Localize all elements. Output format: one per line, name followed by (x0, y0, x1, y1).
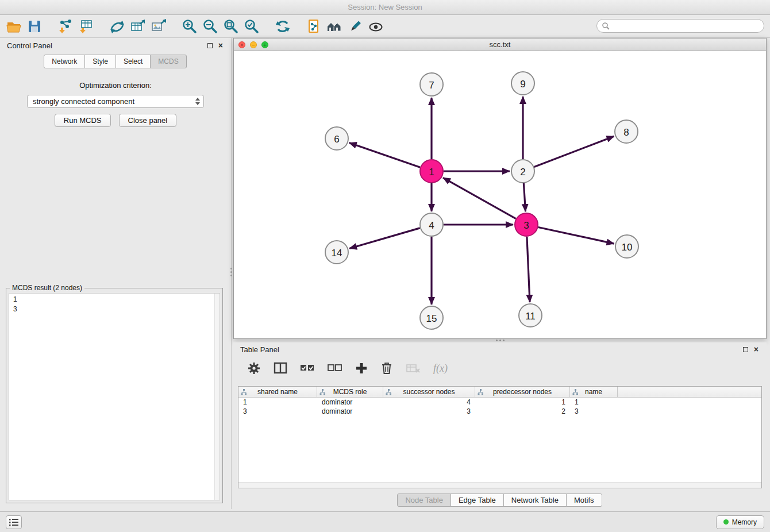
graph-edge-1-6[interactable] (349, 143, 420, 168)
graph-node-label: 4 (429, 220, 434, 231)
tab-network-table[interactable]: Network Table (503, 494, 567, 507)
search-icon (602, 22, 610, 30)
table-panel: Table Panel × (233, 342, 767, 509)
graph-node-6[interactable]: 6 (325, 127, 348, 150)
delete-table-icon-disabled (406, 362, 421, 375)
table-row[interactable]: 3dominator323 (238, 407, 761, 416)
node-table[interactable]: shared name MCDS role successor nodes pr… (238, 386, 762, 488)
graph-node-label: 9 (520, 79, 525, 90)
select-all-columns-icon[interactable] (300, 362, 315, 375)
graph-node-7[interactable]: 7 (420, 73, 443, 96)
control-panel-title: Control Panel (7, 41, 52, 50)
tab-network[interactable]: Network (44, 55, 85, 68)
memory-button[interactable]: Memory (716, 515, 764, 529)
close-window-icon[interactable]: × (238, 41, 245, 48)
network-canvas[interactable]: 7968124314101511 (234, 51, 766, 338)
graph-node-9[interactable]: 9 (511, 72, 534, 95)
graph-edge-2-3[interactable] (523, 183, 525, 211)
new-network-icon[interactable] (107, 16, 128, 37)
network-window-title: scc.txt (490, 40, 511, 49)
main-toolbar (0, 15, 770, 38)
first-neighbors-icon[interactable] (324, 16, 345, 37)
tab-style[interactable]: Style (84, 55, 116, 68)
tab-select[interactable]: Select (116, 55, 151, 68)
unselect-all-columns-icon[interactable] (328, 362, 342, 375)
table-settings-gear-icon[interactable] (247, 361, 261, 375)
import-network-icon[interactable] (55, 16, 76, 37)
show-hide-graphics-icon[interactable] (365, 16, 386, 37)
save-session-icon[interactable] (24, 16, 45, 37)
search-input[interactable] (613, 22, 756, 30)
graph-edge-3-10[interactable] (538, 227, 614, 244)
network-document-icon[interactable] (303, 16, 324, 37)
zoom-fit-icon[interactable] (221, 16, 241, 37)
dropdown-selected-value: strongly connected component (33, 97, 134, 106)
tab-motifs[interactable]: Motifs (566, 494, 602, 507)
zoom-out-icon[interactable] (200, 16, 221, 37)
import-table-icon[interactable] (76, 16, 97, 37)
run-mcds-button[interactable]: Run MCDS (55, 114, 111, 127)
column-header-shared-name[interactable]: shared name (238, 387, 317, 397)
tab-edge-table[interactable]: Edge Table (451, 494, 504, 507)
apply-style-icon[interactable] (345, 16, 365, 37)
list-icon (9, 518, 19, 527)
graph-node-14[interactable]: 14 (325, 241, 348, 264)
column-header-name[interactable]: name (570, 387, 618, 397)
table-header-row: shared name MCDS role successor nodes pr… (238, 387, 761, 398)
graph-edge-3-11[interactable] (527, 237, 530, 302)
application-window: Session: New Session (0, 0, 770, 532)
graph-node-3[interactable]: 3 (515, 213, 538, 236)
attribute-type-icon (386, 389, 392, 395)
column-header-mcds-role[interactable]: MCDS role (317, 387, 383, 397)
column-header-predecessor-nodes[interactable]: predecessor nodes (475, 387, 570, 397)
graph-edge-3-1[interactable] (443, 178, 516, 218)
attribute-type-icon (319, 389, 326, 395)
graph-node-1[interactable]: 1 (420, 160, 443, 183)
tab-node-table[interactable]: Node Table (397, 494, 451, 507)
refresh-icon[interactable] (272, 16, 293, 37)
table-horizontal-scrollbar[interactable] (238, 482, 761, 488)
graph-edge-2-8[interactable] (534, 136, 614, 167)
table-panel-tabs: Node Table Edge Table Network Table Moti… (233, 494, 767, 507)
graph-node-label: 6 (334, 134, 339, 145)
delete-column-trash-icon[interactable] (380, 361, 393, 375)
maximize-window-icon[interactable]: + (261, 41, 268, 48)
column-header-successor-nodes[interactable]: successor nodes (383, 387, 475, 397)
graph-node-15[interactable]: 15 (420, 306, 443, 329)
task-history-button[interactable] (6, 515, 22, 529)
mcds-result-textarea[interactable]: 13 (9, 293, 220, 500)
table-cell: dominator (317, 398, 383, 406)
close-panel-button[interactable]: Close panel (119, 114, 177, 127)
zoom-selected-icon[interactable] (241, 16, 262, 37)
open-file-icon[interactable] (3, 16, 24, 37)
export-image-icon[interactable] (148, 16, 169, 37)
mcds-result-legend: MCDS result (2 nodes) (10, 284, 84, 292)
optimization-criterion-select[interactable]: strongly connected component (27, 95, 204, 108)
float-table-panel-icon[interactable] (743, 347, 748, 352)
graph-node-11[interactable]: 11 (519, 304, 542, 327)
graph-node-4[interactable]: 4 (420, 213, 443, 236)
graph-node-label: 11 (525, 311, 536, 322)
minimize-window-icon[interactable]: − (250, 41, 257, 48)
create-column-plus-icon[interactable] (355, 362, 368, 375)
result-scrollbar[interactable] (214, 294, 220, 500)
graph-node-8[interactable]: 8 (615, 120, 638, 143)
table-cell: 1 (238, 398, 317, 406)
graph-node-label: 10 (622, 242, 633, 253)
float-panel-icon[interactable] (207, 43, 213, 48)
close-table-panel-icon[interactable]: × (754, 346, 759, 352)
graph-node-10[interactable]: 10 (615, 235, 638, 258)
zoom-in-icon[interactable] (179, 16, 200, 37)
show-column-panel-icon[interactable] (274, 361, 287, 375)
mcds-result-line: 3 (13, 304, 220, 314)
search-field[interactable] (596, 19, 764, 33)
close-panel-icon[interactable]: × (218, 43, 223, 48)
export-table-icon[interactable] (128, 16, 148, 37)
table-cell: 1 (570, 398, 618, 406)
graph-edge-4-14[interactable] (349, 228, 420, 249)
tab-mcds[interactable]: MCDS (150, 55, 186, 68)
graph-node-2[interactable]: 2 (511, 160, 534, 183)
mcds-result-group: MCDS result (2 nodes) 13 (6, 284, 223, 503)
network-window-titlebar[interactable]: × − + scc.txt (234, 38, 766, 51)
table-row[interactable]: 1dominator411 (238, 398, 761, 407)
